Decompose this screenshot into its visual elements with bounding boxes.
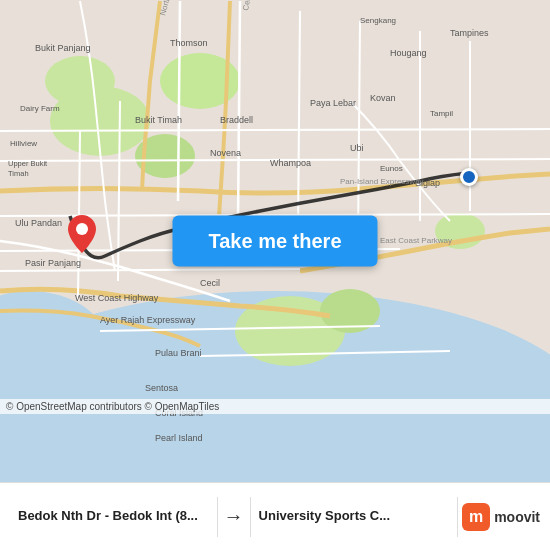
svg-text:Tampines: Tampines — [450, 28, 489, 38]
to-stop-name: University Sports C... — [259, 508, 450, 525]
bottom-divider-3 — [457, 497, 458, 537]
svg-text:Upper Bukit: Upper Bukit — [8, 159, 48, 168]
svg-text:Dairy Farm: Dairy Farm — [20, 104, 60, 113]
destination-pin — [68, 215, 96, 257]
moovit-name: moovit — [494, 509, 540, 525]
svg-text:Whampoa: Whampoa — [270, 158, 311, 168]
svg-text:Sengkang: Sengkang — [360, 16, 396, 25]
svg-text:Tampil: Tampil — [430, 109, 453, 118]
svg-text:Novena: Novena — [210, 148, 241, 158]
svg-text:Thomson: Thomson — [170, 38, 208, 48]
svg-text:Timah: Timah — [8, 169, 29, 178]
svg-text:East Coast Parkway: East Coast Parkway — [380, 236, 452, 245]
svg-text:Eunos: Eunos — [380, 164, 403, 173]
take-me-there-button[interactable]: Take me there — [172, 216, 377, 267]
route-arrow-icon: → — [218, 505, 250, 528]
svg-text:Paya Lebar: Paya Lebar — [310, 98, 356, 108]
svg-text:Cecil: Cecil — [200, 278, 220, 288]
to-section: University Sports C... — [251, 508, 458, 525]
svg-text:Braddell: Braddell — [220, 115, 253, 125]
moovit-logo: m moovit — [462, 503, 540, 531]
app-container: Bukit Panjang Thomson Sengkang Tampines … — [0, 0, 550, 550]
svg-text:Bukit Timah: Bukit Timah — [135, 115, 182, 125]
svg-text:Sentosa: Sentosa — [145, 383, 178, 393]
svg-text:Hillview: Hillview — [10, 139, 37, 148]
from-stop-name: Bedok Nth Dr - Bedok Int (8... — [18, 508, 209, 525]
svg-point-6 — [45, 56, 115, 106]
map-container: Bukit Panjang Thomson Sengkang Tampines … — [0, 0, 550, 482]
svg-text:Hougang: Hougang — [390, 48, 427, 58]
origin-dot — [460, 168, 478, 186]
svg-point-59 — [76, 223, 88, 235]
svg-text:Ubi: Ubi — [350, 143, 364, 153]
svg-text:Kovan: Kovan — [370, 93, 396, 103]
map-copyright: © OpenStreetMap contributors © OpenMapTi… — [0, 399, 550, 414]
svg-text:Ayer Rajah Expressway: Ayer Rajah Expressway — [100, 315, 196, 325]
svg-text:Pulau Brani: Pulau Brani — [155, 348, 202, 358]
bottom-bar: Bedok Nth Dr - Bedok Int (8... → Univers… — [0, 482, 550, 550]
svg-text:Pan-Island Expressway: Pan-Island Expressway — [340, 177, 424, 186]
svg-text:West Coast Highway: West Coast Highway — [75, 293, 159, 303]
svg-text:Ulu Pandan: Ulu Pandan — [15, 218, 62, 228]
from-section: Bedok Nth Dr - Bedok Int (8... — [10, 508, 217, 525]
svg-text:Pasir Panjang: Pasir Panjang — [25, 258, 81, 268]
moovit-icon: m — [462, 503, 490, 531]
svg-text:Bukit Panjang: Bukit Panjang — [35, 43, 91, 53]
svg-text:Pearl Island: Pearl Island — [155, 433, 203, 443]
